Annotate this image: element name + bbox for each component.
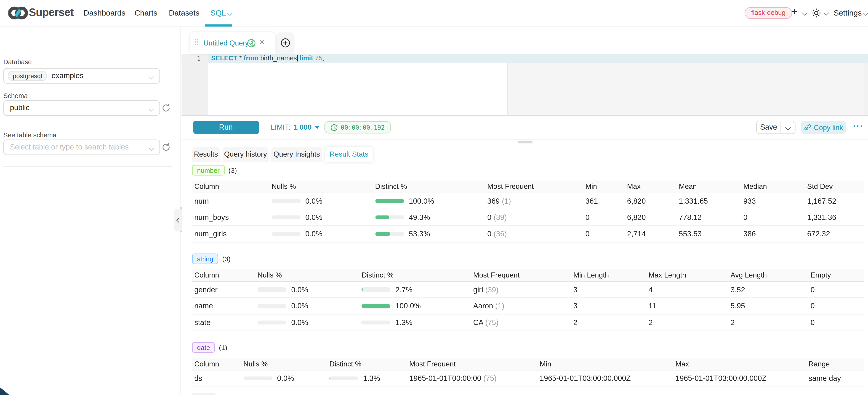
database-select[interactable]: postgresql examples bbox=[3, 68, 160, 84]
type-tag-date: date bbox=[192, 342, 215, 353]
table-row: name0.0%100.0%Aaron (1)3115.950 bbox=[192, 298, 864, 314]
column-header: Most Frequent bbox=[471, 271, 571, 279]
copy-link-label: Copy link bbox=[814, 123, 843, 131]
save-label[interactable]: Save bbox=[757, 121, 781, 133]
panel-resize-handle-icon[interactable] bbox=[518, 141, 532, 144]
nav-charts[interactable]: Charts bbox=[134, 8, 157, 17]
copy-link-button[interactable]: Copy link bbox=[801, 121, 846, 134]
tab-query-history[interactable]: Query history bbox=[223, 147, 269, 161]
editor-scrollbar-track[interactable] bbox=[865, 63, 868, 115]
tab-results[interactable]: Results bbox=[192, 147, 220, 161]
column-header: Min bbox=[537, 360, 673, 368]
column-header: Nulls % bbox=[241, 360, 327, 368]
query-editor-tab[interactable]: Untitled Query 1 ✕ bbox=[190, 32, 275, 54]
chevron-down-icon[interactable] bbox=[824, 10, 829, 15]
plus-circle-icon bbox=[281, 38, 290, 48]
cell-distinct: 100.0% bbox=[360, 302, 471, 310]
new-item-plus-icon[interactable]: + bbox=[792, 6, 797, 18]
stats-table-body: num0.0%100.0%369 (1)3616,8201,331.659331… bbox=[192, 193, 864, 242]
tab-result-stats[interactable]: Result Stats bbox=[325, 147, 373, 162]
column-header: Max bbox=[673, 360, 806, 368]
cell-nulls: 0.0% bbox=[270, 213, 373, 221]
cell-value: 361 bbox=[583, 197, 625, 205]
save-options-caret[interactable] bbox=[781, 121, 795, 133]
cell-value: 778.12 bbox=[677, 213, 741, 221]
theme-sun-icon[interactable] bbox=[811, 8, 821, 18]
stats-section-date: date (1) ColumnNulls %Distinct %Most Fre… bbox=[192, 342, 864, 387]
cell-value: 0 bbox=[583, 213, 625, 221]
nav-sql[interactable]: SQL bbox=[210, 8, 231, 17]
cell-nulls: 0.0% bbox=[241, 374, 327, 383]
run-query-button[interactable]: Run bbox=[193, 121, 259, 134]
chevron-down-icon bbox=[785, 125, 791, 130]
table-select-placeholder: Select table or type to search tables bbox=[10, 143, 129, 151]
cell-column-name: num_boys bbox=[192, 213, 269, 221]
superset-logo-icon[interactable] bbox=[8, 5, 28, 21]
type-tag-row: number (3) bbox=[192, 165, 864, 176]
column-header: Median bbox=[741, 182, 805, 191]
cell-most-frequent: 0 (39) bbox=[485, 213, 583, 221]
column-header: Min bbox=[583, 182, 625, 191]
column-header: Distinct % bbox=[327, 360, 407, 368]
database-value: examples bbox=[52, 71, 84, 80]
stats-section-number: number (3) ColumnNulls %Distinct %Most F… bbox=[192, 165, 864, 242]
stats-table-body: ds0.0%1.3%1965-01-01T00:00:00 (75)1965-0… bbox=[192, 370, 864, 387]
cell-value: 11 bbox=[646, 302, 728, 310]
cell-value: 0 bbox=[741, 213, 805, 221]
cell-value: 4 bbox=[646, 285, 728, 294]
distinct-progressbar bbox=[375, 215, 404, 219]
sql-code-editor[interactable]: 1 SELECT * from birth_names limit 75; bbox=[181, 54, 868, 116]
table-row: num0.0%100.0%369 (1)3616,8201,331.659331… bbox=[192, 193, 864, 210]
distinct-progressbar bbox=[329, 376, 358, 381]
cell-value: 0 bbox=[808, 318, 864, 327]
brand-wordmark[interactable]: Superset bbox=[29, 6, 73, 19]
cell-nulls: 0.0% bbox=[255, 285, 360, 294]
query-elapsed-timer: 00:00:00.192 bbox=[324, 121, 391, 133]
table-select[interactable]: Select table or type to search tables bbox=[3, 139, 160, 155]
sql-token bbox=[313, 54, 315, 62]
tab-query-insights[interactable]: Query Insights bbox=[271, 147, 322, 161]
distinct-progressbar bbox=[375, 232, 404, 236]
link-icon bbox=[804, 124, 811, 131]
sql-code-line[interactable]: SELECT * from birth_names limit 75; bbox=[211, 54, 324, 63]
cell-column-name: num_girls bbox=[192, 230, 269, 238]
close-tab-icon[interactable]: ✕ bbox=[259, 38, 265, 46]
tab-drag-handle-icon[interactable] bbox=[194, 39, 198, 47]
settings-menu[interactable]: Settings bbox=[834, 8, 868, 17]
refresh-schemas-icon[interactable] bbox=[162, 103, 170, 112]
collapse-sidebar-button[interactable] bbox=[174, 209, 182, 231]
chevron-down-icon[interactable] bbox=[802, 10, 807, 15]
cell-column-name: num bbox=[192, 197, 269, 205]
column-header: Min Length bbox=[571, 271, 646, 279]
save-query-button[interactable]: Save bbox=[756, 121, 796, 134]
column-header: Empty bbox=[808, 271, 864, 279]
new-query-tab-button[interactable] bbox=[276, 32, 294, 54]
cell-value: 5.95 bbox=[728, 302, 808, 310]
database-label: Database bbox=[3, 58, 32, 66]
nav-dashboards[interactable]: Dashboards bbox=[84, 8, 125, 17]
stats-table-header: ColumnNulls %Distinct %Most FrequentMinM… bbox=[192, 358, 864, 370]
distinct-progressbar bbox=[362, 321, 390, 325]
sql-token: from bbox=[244, 54, 258, 62]
cell-distinct: 53.3% bbox=[373, 230, 485, 238]
nulls-percent: 0.0% bbox=[305, 213, 322, 221]
distinct-percent: 2.7% bbox=[395, 285, 412, 294]
cell-value: 2 bbox=[571, 318, 646, 327]
cell-value: 672.32 bbox=[805, 230, 864, 238]
more-actions-icon[interactable]: ··· bbox=[853, 121, 864, 130]
clock-icon bbox=[330, 124, 337, 131]
nulls-percent: 0.0% bbox=[291, 285, 308, 294]
cell-column-name: ds bbox=[192, 374, 241, 383]
distinct-percent: 1.3% bbox=[363, 374, 380, 383]
schema-select[interactable]: public bbox=[3, 100, 160, 116]
type-count: (3) bbox=[222, 255, 230, 263]
refresh-tables-icon[interactable] bbox=[162, 143, 170, 152]
database-dialect-pill: postgresql bbox=[8, 71, 47, 81]
column-header: Nulls % bbox=[270, 182, 373, 191]
limit-dropdown[interactable]: LIMIT: 1 000 bbox=[271, 123, 319, 131]
nav-datasets[interactable]: Datasets bbox=[169, 8, 199, 17]
line-number: 1 bbox=[197, 55, 201, 63]
cell-nulls: 0.0% bbox=[255, 318, 360, 327]
chevron-down-icon bbox=[863, 10, 868, 15]
type-tag-string: string bbox=[192, 254, 218, 264]
